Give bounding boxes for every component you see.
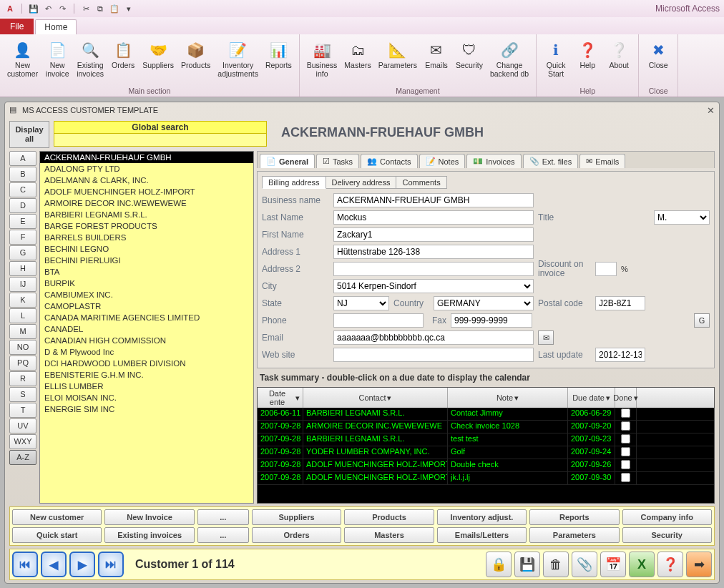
- customer-list-item[interactable]: ADELMANN & CLARK, INC.: [40, 175, 253, 186]
- inner-tab-1[interactable]: Delivery address: [326, 176, 397, 189]
- ribbon-main-3[interactable]: 📋Orders: [108, 37, 138, 86]
- ribbon-close-0[interactable]: ✖Close: [643, 37, 673, 86]
- display-all-button[interactable]: Display all: [9, 121, 49, 148]
- phone-input[interactable]: [333, 313, 424, 328]
- cut-icon[interactable]: ✂: [80, 3, 92, 14]
- task-row[interactable]: 2007-09-28YODER LUMBER COMPANY, INC.Golf…: [258, 446, 714, 459]
- customer-list-item[interactable]: ACKERMANN-FRUEHAUF GMBH: [40, 152, 253, 163]
- action-[interactable]: ...: [197, 509, 249, 525]
- action-masters[interactable]: Masters: [344, 527, 434, 543]
- undo-icon[interactable]: ↶: [42, 3, 54, 14]
- last-update-input[interactable]: [595, 348, 645, 362]
- alpha-B[interactable]: B: [9, 167, 36, 182]
- customer-list-item[interactable]: ENERGIE SIM INC: [40, 403, 253, 415]
- action-products[interactable]: Products: [344, 509, 434, 525]
- title-select[interactable]: M.: [654, 210, 710, 225]
- action-[interactable]: ...: [197, 527, 249, 543]
- done-checkbox[interactable]: [621, 447, 630, 456]
- help-button[interactable]: ❓: [657, 552, 683, 577]
- ribbon-management-5[interactable]: 🔗Changebackend db: [487, 37, 532, 86]
- tab-extfiles[interactable]: 📎Ext. files: [523, 154, 579, 168]
- ribbon-main-6[interactable]: 📝Inventoryadjustments: [215, 37, 261, 86]
- action-quickstart[interactable]: Quick start: [12, 527, 102, 543]
- ribbon-management-2[interactable]: 📐Parameters: [376, 37, 420, 86]
- customer-list-item[interactable]: BTA: [40, 266, 253, 278]
- task-row[interactable]: 2007-09-28ADOLF MUENCHINGER HOLZ-IMPORTj…: [258, 472, 714, 485]
- action-parameters[interactable]: Parameters: [529, 527, 619, 543]
- action-suppliers[interactable]: Suppliers: [252, 509, 341, 525]
- website-input[interactable]: [333, 348, 534, 362]
- tab-notes[interactable]: 📝Notes: [419, 154, 466, 168]
- alpha-A-Z[interactable]: A-Z: [9, 450, 36, 465]
- tab-invoices[interactable]: 💵Invoices: [466, 154, 521, 168]
- alpha-C[interactable]: C: [9, 182, 36, 197]
- customer-list-item[interactable]: EBENISTERIE G.H.M INC.: [40, 369, 253, 381]
- discount-input[interactable]: [595, 262, 617, 276]
- excel-export-button[interactable]: X: [629, 552, 655, 577]
- ribbon-management-0[interactable]: 🏭Businessinfo: [304, 37, 341, 86]
- alpha-S[interactable]: S: [9, 387, 36, 402]
- lock-button[interactable]: 🔒: [486, 552, 512, 577]
- customer-list-item[interactable]: CAMBIUMEX INC.: [40, 289, 253, 300]
- customer-list-item[interactable]: CAMOPLASTR: [40, 300, 253, 312]
- customer-list-item[interactable]: ELOI MOISAN INC.: [40, 392, 253, 403]
- action-inventoryadjust[interactable]: Inventory adjust.: [437, 509, 527, 525]
- ribbon-help-2[interactable]: ❔About: [604, 37, 634, 86]
- action-existinginvoices[interactable]: Existing invoices: [104, 527, 194, 543]
- action-newinvoice[interactable]: New Invoice: [104, 509, 194, 525]
- address2-input[interactable]: [333, 262, 534, 276]
- inner-tab-2[interactable]: Comments: [396, 176, 446, 189]
- task-row[interactable]: 2006-06-11BARBIERI LEGNAMI S.R.L.Contact…: [258, 408, 714, 421]
- task-row[interactable]: 2007-09-28ADOLF MUENCHINGER HOLZ-IMPORTD…: [258, 459, 714, 472]
- delete-button[interactable]: 🗑: [543, 552, 569, 577]
- tab-general[interactable]: 📄General: [260, 154, 315, 168]
- alpha-A[interactable]: A: [9, 151, 36, 166]
- nav-next-button[interactable]: ▶: [69, 552, 95, 577]
- fax-input[interactable]: [451, 313, 532, 328]
- nav-last-button[interactable]: ⏭: [98, 552, 124, 577]
- ribbon-main-2[interactable]: 🔍Existinginvoices: [74, 37, 107, 86]
- google-lookup-button[interactable]: G: [694, 313, 710, 328]
- paste-icon[interactable]: 📋: [109, 3, 120, 14]
- calendar-button[interactable]: 📅: [600, 552, 626, 577]
- alpha-NO[interactable]: NO: [9, 340, 36, 355]
- email-input[interactable]: [333, 330, 534, 345]
- global-search-input[interactable]: [54, 134, 267, 147]
- alpha-M[interactable]: M: [9, 324, 36, 339]
- done-checkbox[interactable]: [621, 434, 630, 444]
- alpha-R[interactable]: R: [9, 371, 36, 386]
- customer-list-item[interactable]: CANADIAN HIGH COMMISSION: [40, 335, 253, 346]
- save-record-button[interactable]: 💾: [514, 552, 540, 577]
- business-name-input[interactable]: [333, 193, 534, 207]
- tab-tasks[interactable]: ☑Tasks: [316, 154, 359, 168]
- action-emailsletters[interactable]: Emails/Letters: [437, 527, 527, 543]
- tab-emails[interactable]: ✉Emails: [579, 154, 625, 168]
- window-close-icon[interactable]: ✕: [707, 105, 715, 116]
- customer-list-item[interactable]: BURPIK: [40, 278, 253, 289]
- task-row[interactable]: 2007-09-28ARMOIRE DECOR INC.WEWEWEWEChec…: [258, 421, 714, 433]
- send-email-button[interactable]: ✉: [538, 330, 554, 345]
- customer-list-item[interactable]: ARMOIRE DECOR INC.WEWEWEWE: [40, 197, 253, 209]
- customer-list-item[interactable]: CANADA MARITIME AGENCIES LIMITED: [40, 312, 253, 323]
- nav-first-button[interactable]: ⏮: [12, 552, 38, 577]
- alpha-PQ[interactable]: PQ: [9, 356, 36, 371]
- task-summary-table[interactable]: Date ente ▾ Contact ▾ Note ▾ Due date ▾ …: [257, 387, 715, 504]
- nav-prev-button[interactable]: ◀: [41, 552, 67, 577]
- country-select[interactable]: GERMANY: [434, 296, 534, 310]
- ribbon-main-1[interactable]: 📄Newinvoice: [42, 37, 72, 86]
- action-newcustomer[interactable]: New customer: [12, 509, 102, 525]
- done-checkbox[interactable]: [621, 460, 630, 469]
- task-row[interactable]: 2007-09-28BARBIERI LEGNAMI S.R.L.test te…: [258, 433, 714, 446]
- state-select[interactable]: NJ: [333, 296, 389, 310]
- redo-icon[interactable]: ↷: [57, 3, 68, 14]
- alpha-D[interactable]: D: [9, 198, 36, 213]
- alpha-L[interactable]: L: [9, 308, 36, 323]
- action-orders[interactable]: Orders: [252, 527, 341, 543]
- done-checkbox[interactable]: [621, 408, 630, 418]
- customer-list-item[interactable]: BECHINI LEGNO: [40, 243, 253, 255]
- alpha-WXY[interactable]: WXY: [9, 434, 36, 449]
- tab-contacts[interactable]: 👥Contacts: [361, 154, 417, 168]
- alpha-T[interactable]: T: [9, 403, 36, 418]
- ribbon-management-4[interactable]: 🛡Security: [453, 37, 486, 86]
- inner-tab-0[interactable]: Billing address: [262, 176, 326, 189]
